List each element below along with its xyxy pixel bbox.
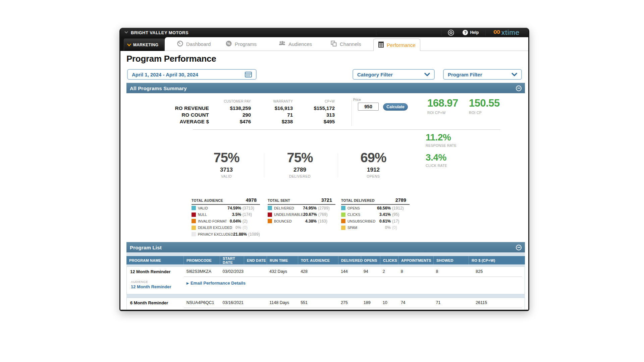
program-name: 12 Month Reminder	[127, 269, 184, 274]
collapse-minus-icon[interactable]	[516, 85, 522, 91]
roi-cpw-value: 168.97	[427, 98, 458, 109]
delivered-percent: 75%	[270, 151, 330, 164]
legend-color-swatch	[268, 206, 272, 210]
tab-label: Performance	[387, 42, 416, 48]
legend-count: (0)	[243, 225, 260, 230]
valid-gauge: 75% 3713 VALID	[196, 151, 257, 178]
col-header-clicks[interactable]: CLICKS	[380, 256, 398, 264]
col-header-opens[interactable]: OPENS	[361, 256, 380, 264]
tab-performance[interactable]: Performance	[373, 39, 420, 51]
col-header-run-time[interactable]: RUN TIME	[267, 256, 298, 264]
legend-label: PRIVACY EXCLUDED	[198, 232, 233, 236]
showed-cell: 71	[433, 300, 468, 305]
topbar-divider	[376, 29, 376, 36]
col-header-tot-audience[interactable]: TOT. AUDIENCE	[298, 256, 338, 264]
col-header-showed[interactable]: SHOWED	[433, 256, 469, 264]
price-input[interactable]	[358, 103, 379, 111]
legend-count: (163)	[318, 219, 335, 224]
dealer-name[interactable]: BRIGHT VALLEY MOTORS	[131, 30, 189, 35]
details-link-label: Email Performance Details	[191, 281, 246, 286]
legend-color-swatch	[341, 213, 345, 217]
legend-color-swatch	[268, 213, 272, 217]
legend-percent: 21.88%	[233, 232, 247, 237]
col-header-end-date[interactable]: END DATE	[244, 256, 267, 264]
legend-percent: 0%	[385, 225, 391, 230]
breakdown-item: DEALER EXCLUDED 0% (0)	[192, 225, 260, 231]
breakdown-title: TOTAL AUDIENCE	[192, 198, 223, 202]
ro-row-label: RO REVENUE	[156, 105, 209, 111]
delivered-cell: 144	[338, 269, 361, 274]
col-header-program-name[interactable]: PROGRAM NAME	[126, 256, 183, 264]
brand-name: xtime	[501, 28, 520, 37]
ro-col-header: CP+W	[293, 98, 335, 105]
delivered-breakdown: TOTAL DELIVERED 2789 OPENS 68.56% (1912)…	[341, 197, 410, 231]
calculate-button[interactable]: Calculate	[383, 103, 408, 111]
roi-cpw-block: 168.97 ROI CP+W	[427, 98, 458, 115]
delivered-label: DELIVERED	[270, 174, 330, 178]
opens-cell: 189	[361, 300, 380, 305]
ro-value: 71	[251, 111, 293, 118]
tab-label: Channels	[340, 41, 361, 47]
breakdown-header: TOTAL DELIVERED 2789	[341, 197, 410, 205]
row-divider	[184, 308, 522, 308]
legend-count: (174)	[243, 212, 260, 217]
delivered-count: 2789	[270, 167, 330, 173]
breakdown-item: INVALID FORMAT 0.04% (2)	[192, 218, 260, 225]
col-header-promocode[interactable]: PROMOCODE	[183, 256, 220, 264]
legend-count: (1912)	[392, 206, 410, 210]
breakdown-total: 3721	[321, 197, 335, 203]
tab-label: Dashboard	[186, 41, 211, 47]
breakdown-item: CLICKS 3.41% (95)	[341, 212, 410, 218]
tot-audience-cell: 428	[298, 269, 338, 274]
col-header-start-date[interactable]: START DATE	[220, 256, 244, 264]
tab-dashboard[interactable]: Dashboard	[177, 37, 211, 51]
col-header-appointments[interactable]: APPOINTMENTS	[398, 256, 433, 264]
run-time-cell: 432 Days	[267, 269, 298, 274]
favorites-star-icon[interactable]	[441, 29, 461, 36]
legend-count: (17)	[392, 219, 410, 224]
breakdown-item: SPAM 0% (0)	[341, 225, 410, 231]
program-list-title: Program List	[130, 245, 162, 250]
price-divider	[352, 100, 352, 126]
audience-link[interactable]: 12 Month Reminder	[131, 284, 171, 289]
ro-value: $495	[293, 118, 335, 125]
tab-programs[interactable]: % Programs	[225, 37, 257, 51]
breakdown-item: UNSUBSCRIBED 0.61% (17)	[341, 218, 410, 225]
breakdown-item: OPENS 68.56% (1912)	[341, 205, 410, 212]
col-header-ro-cpw[interactable]: RO $ (CP+W)	[469, 256, 525, 264]
response-rate-value: 11.2%	[426, 133, 457, 142]
date-range-picker[interactable]: April 1, 2024 - April 30, 2024	[127, 69, 257, 80]
promocode-cell: NSUA4P6QC1	[184, 300, 220, 305]
program-row-group: 6 Month Reminder NSUA4P6QC1 03/16/2021 1…	[126, 298, 525, 310]
roi-cp-label: ROI CP	[469, 111, 500, 115]
ro-summary-table: CUSTOMER PAY WARRANTY CP+W RO REVENUE $1…	[156, 98, 335, 125]
gauge-divider	[264, 153, 264, 177]
marketing-label: MARKETING	[133, 43, 158, 47]
breakdown-title: TOTAL DELIVERED	[341, 198, 375, 202]
breakdown-item: NULL 3.5% (174)	[192, 212, 260, 218]
legend-label: NULL	[198, 213, 207, 217]
start-date-cell: 03/02/2023	[220, 269, 244, 274]
dealer-chevron-down-icon[interactable]	[124, 31, 128, 34]
program-list-section-header: Program List	[126, 242, 525, 252]
legend-label: VALID	[198, 206, 208, 210]
tab-channels[interactable]: Channels	[330, 37, 361, 51]
program-filter-dropdown[interactable]: Program Filter	[443, 69, 522, 80]
date-range-value: April 1, 2024 - April 30, 2024	[132, 72, 198, 77]
tot-audience-cell: 551	[298, 300, 338, 305]
email-performance-details-link[interactable]: ▶ Email Performance Details	[186, 281, 246, 286]
ro-col-header: CUSTOMER PAY	[209, 98, 251, 105]
col-header-delivered[interactable]: DELIVERED	[338, 256, 361, 264]
category-filter-dropdown[interactable]: Category Filter	[353, 69, 435, 80]
report-table-icon	[378, 41, 384, 49]
legend-color-swatch	[192, 213, 196, 217]
calendar-icon[interactable]	[245, 72, 252, 77]
legend-count: (3713)	[243, 206, 260, 210]
collapse-minus-icon[interactable]	[516, 245, 522, 250]
legend-percent: 4.38%	[305, 219, 317, 224]
marketing-menu[interactable]: MARKETING	[124, 39, 164, 51]
summary-divider	[193, 129, 500, 130]
percent-circle-icon: %	[225, 40, 232, 48]
tab-audiences[interactable]: Audiences	[278, 37, 312, 51]
help-button[interactable]: ? Help	[461, 30, 485, 35]
